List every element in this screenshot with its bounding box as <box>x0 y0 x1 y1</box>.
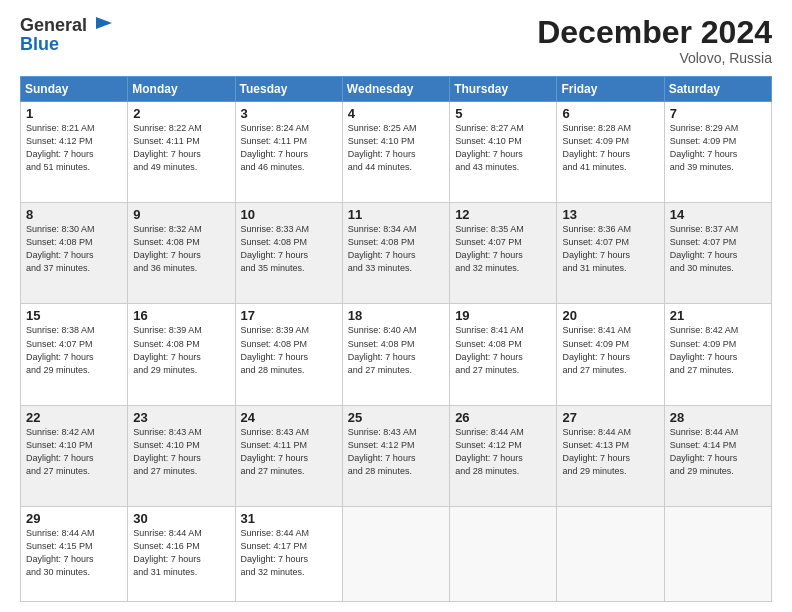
location: Volovo, Russia <box>537 50 772 66</box>
day-number: 26 <box>455 410 551 425</box>
day-number: 31 <box>241 511 337 526</box>
table-row: 27Sunrise: 8:44 AM Sunset: 4:13 PM Dayli… <box>557 405 664 506</box>
table-row: 12Sunrise: 8:35 AM Sunset: 4:07 PM Dayli… <box>450 203 557 304</box>
weekday-header-row: Sunday Monday Tuesday Wednesday Thursday… <box>21 77 772 102</box>
cell-info: Sunrise: 8:35 AM Sunset: 4:07 PM Dayligh… <box>455 223 551 275</box>
table-row: 7Sunrise: 8:29 AM Sunset: 4:09 PM Daylig… <box>664 102 771 203</box>
th-sunday: Sunday <box>21 77 128 102</box>
cell-info: Sunrise: 8:44 AM Sunset: 4:14 PM Dayligh… <box>670 426 766 478</box>
table-row: 4Sunrise: 8:25 AM Sunset: 4:10 PM Daylig… <box>342 102 449 203</box>
cell-info: Sunrise: 8:38 AM Sunset: 4:07 PM Dayligh… <box>26 324 122 376</box>
calendar-week-row: 1Sunrise: 8:21 AM Sunset: 4:12 PM Daylig… <box>21 102 772 203</box>
cell-info: Sunrise: 8:43 AM Sunset: 4:10 PM Dayligh… <box>133 426 229 478</box>
day-number: 5 <box>455 106 551 121</box>
table-row: 16Sunrise: 8:39 AM Sunset: 4:08 PM Dayli… <box>128 304 235 405</box>
table-row: 30Sunrise: 8:44 AM Sunset: 4:16 PM Dayli… <box>128 506 235 601</box>
table-row: 25Sunrise: 8:43 AM Sunset: 4:12 PM Dayli… <box>342 405 449 506</box>
table-row: 31Sunrise: 8:44 AM Sunset: 4:17 PM Dayli… <box>235 506 342 601</box>
title-block: December 2024 Volovo, Russia <box>537 15 772 66</box>
table-row: 21Sunrise: 8:42 AM Sunset: 4:09 PM Dayli… <box>664 304 771 405</box>
calendar-week-row: 22Sunrise: 8:42 AM Sunset: 4:10 PM Dayli… <box>21 405 772 506</box>
svg-marker-0 <box>96 17 112 29</box>
th-tuesday: Tuesday <box>235 77 342 102</box>
header: General Blue December 2024 Volovo, Russi… <box>20 15 772 66</box>
table-row: 26Sunrise: 8:44 AM Sunset: 4:12 PM Dayli… <box>450 405 557 506</box>
cell-info: Sunrise: 8:25 AM Sunset: 4:10 PM Dayligh… <box>348 122 444 174</box>
day-number: 10 <box>241 207 337 222</box>
table-row: 5Sunrise: 8:27 AM Sunset: 4:10 PM Daylig… <box>450 102 557 203</box>
calendar-page: General Blue December 2024 Volovo, Russi… <box>0 0 792 612</box>
cell-info: Sunrise: 8:22 AM Sunset: 4:11 PM Dayligh… <box>133 122 229 174</box>
day-number: 30 <box>133 511 229 526</box>
cell-info: Sunrise: 8:21 AM Sunset: 4:12 PM Dayligh… <box>26 122 122 174</box>
cell-info: Sunrise: 8:33 AM Sunset: 4:08 PM Dayligh… <box>241 223 337 275</box>
table-row: 8Sunrise: 8:30 AM Sunset: 4:08 PM Daylig… <box>21 203 128 304</box>
table-row: 1Sunrise: 8:21 AM Sunset: 4:12 PM Daylig… <box>21 102 128 203</box>
th-saturday: Saturday <box>664 77 771 102</box>
day-number: 9 <box>133 207 229 222</box>
cell-info: Sunrise: 8:44 AM Sunset: 4:17 PM Dayligh… <box>241 527 337 579</box>
day-number: 12 <box>455 207 551 222</box>
calendar-table: Sunday Monday Tuesday Wednesday Thursday… <box>20 76 772 602</box>
day-number: 6 <box>562 106 658 121</box>
cell-info: Sunrise: 8:44 AM Sunset: 4:13 PM Dayligh… <box>562 426 658 478</box>
table-row: 2Sunrise: 8:22 AM Sunset: 4:11 PM Daylig… <box>128 102 235 203</box>
day-number: 3 <box>241 106 337 121</box>
day-number: 15 <box>26 308 122 323</box>
cell-info: Sunrise: 8:39 AM Sunset: 4:08 PM Dayligh… <box>133 324 229 376</box>
cell-info: Sunrise: 8:34 AM Sunset: 4:08 PM Dayligh… <box>348 223 444 275</box>
table-row: 22Sunrise: 8:42 AM Sunset: 4:10 PM Dayli… <box>21 405 128 506</box>
cell-info: Sunrise: 8:30 AM Sunset: 4:08 PM Dayligh… <box>26 223 122 275</box>
table-row: 6Sunrise: 8:28 AM Sunset: 4:09 PM Daylig… <box>557 102 664 203</box>
day-number: 11 <box>348 207 444 222</box>
calendar-week-row: 29Sunrise: 8:44 AM Sunset: 4:15 PM Dayli… <box>21 506 772 601</box>
cell-info: Sunrise: 8:27 AM Sunset: 4:10 PM Dayligh… <box>455 122 551 174</box>
day-number: 22 <box>26 410 122 425</box>
day-number: 13 <box>562 207 658 222</box>
cell-info: Sunrise: 8:44 AM Sunset: 4:16 PM Dayligh… <box>133 527 229 579</box>
day-number: 29 <box>26 511 122 526</box>
cell-info: Sunrise: 8:41 AM Sunset: 4:09 PM Dayligh… <box>562 324 658 376</box>
day-number: 21 <box>670 308 766 323</box>
cell-info: Sunrise: 8:44 AM Sunset: 4:12 PM Dayligh… <box>455 426 551 478</box>
cell-info: Sunrise: 8:32 AM Sunset: 4:08 PM Dayligh… <box>133 223 229 275</box>
cell-info: Sunrise: 8:42 AM Sunset: 4:09 PM Dayligh… <box>670 324 766 376</box>
cell-info: Sunrise: 8:41 AM Sunset: 4:08 PM Dayligh… <box>455 324 551 376</box>
table-row: 24Sunrise: 8:43 AM Sunset: 4:11 PM Dayli… <box>235 405 342 506</box>
th-thursday: Thursday <box>450 77 557 102</box>
cell-info: Sunrise: 8:43 AM Sunset: 4:11 PM Dayligh… <box>241 426 337 478</box>
cell-info: Sunrise: 8:39 AM Sunset: 4:08 PM Dayligh… <box>241 324 337 376</box>
logo-blue-text: Blue <box>20 34 116 55</box>
calendar-week-row: 15Sunrise: 8:38 AM Sunset: 4:07 PM Dayli… <box>21 304 772 405</box>
cell-info: Sunrise: 8:37 AM Sunset: 4:07 PM Dayligh… <box>670 223 766 275</box>
table-row: 9Sunrise: 8:32 AM Sunset: 4:08 PM Daylig… <box>128 203 235 304</box>
day-number: 24 <box>241 410 337 425</box>
table-row: 11Sunrise: 8:34 AM Sunset: 4:08 PM Dayli… <box>342 203 449 304</box>
day-number: 20 <box>562 308 658 323</box>
table-row <box>450 506 557 601</box>
cell-info: Sunrise: 8:29 AM Sunset: 4:09 PM Dayligh… <box>670 122 766 174</box>
table-row: 10Sunrise: 8:33 AM Sunset: 4:08 PM Dayli… <box>235 203 342 304</box>
table-row: 20Sunrise: 8:41 AM Sunset: 4:09 PM Dayli… <box>557 304 664 405</box>
th-friday: Friday <box>557 77 664 102</box>
day-number: 14 <box>670 207 766 222</box>
day-number: 8 <box>26 207 122 222</box>
day-number: 19 <box>455 308 551 323</box>
table-row: 14Sunrise: 8:37 AM Sunset: 4:07 PM Dayli… <box>664 203 771 304</box>
day-number: 1 <box>26 106 122 121</box>
table-row: 18Sunrise: 8:40 AM Sunset: 4:08 PM Dayli… <box>342 304 449 405</box>
th-monday: Monday <box>128 77 235 102</box>
cell-info: Sunrise: 8:28 AM Sunset: 4:09 PM Dayligh… <box>562 122 658 174</box>
th-wednesday: Wednesday <box>342 77 449 102</box>
day-number: 27 <box>562 410 658 425</box>
table-row: 29Sunrise: 8:44 AM Sunset: 4:15 PM Dayli… <box>21 506 128 601</box>
day-number: 18 <box>348 308 444 323</box>
table-row <box>557 506 664 601</box>
table-row <box>664 506 771 601</box>
day-number: 23 <box>133 410 229 425</box>
day-number: 16 <box>133 308 229 323</box>
cell-info: Sunrise: 8:40 AM Sunset: 4:08 PM Dayligh… <box>348 324 444 376</box>
day-number: 17 <box>241 308 337 323</box>
table-row: 3Sunrise: 8:24 AM Sunset: 4:11 PM Daylig… <box>235 102 342 203</box>
calendar-week-row: 8Sunrise: 8:30 AM Sunset: 4:08 PM Daylig… <box>21 203 772 304</box>
